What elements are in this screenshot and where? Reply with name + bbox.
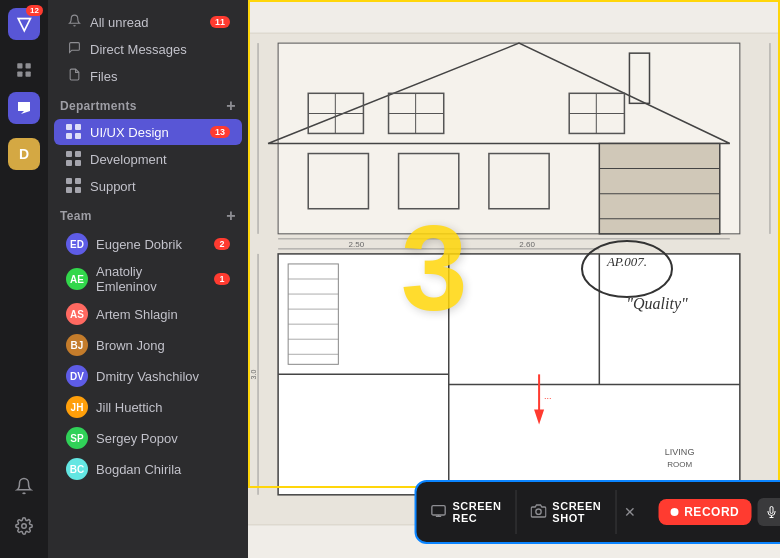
dept-item-dev[interactable]: Development — [54, 146, 242, 172]
message-icon — [66, 41, 82, 57]
add-team-member-button[interactable]: + — [226, 208, 236, 224]
sidebar-item-all-unread[interactable]: All unread 11 — [54, 9, 242, 35]
user-avatar[interactable]: D — [8, 138, 40, 170]
screen-rec-label: SCREEN REC — [453, 500, 502, 524]
member-badge: 1 — [214, 273, 230, 285]
dept-icon-dev — [66, 151, 82, 167]
settings-icon[interactable] — [8, 510, 40, 542]
record-section: RECORD — [644, 488, 780, 536]
svg-rect-23 — [599, 143, 719, 233]
sidebar: All unread 11 Direct Messages Files Depa… — [48, 0, 248, 558]
member-avatar: JH — [66, 396, 88, 418]
member-avatar: AE — [66, 268, 88, 290]
member-avatar: BJ — [66, 334, 88, 356]
files-icon — [66, 68, 82, 84]
svg-text:...: ... — [544, 391, 552, 401]
team-member-item[interactable]: BJ Brown Jong — [54, 330, 242, 360]
team-member-item[interactable]: BC Bogdan Chirila — [54, 454, 242, 484]
member-avatar: BC — [66, 458, 88, 480]
svg-text:2.60: 2.60 — [519, 240, 535, 249]
svg-rect-2 — [17, 72, 22, 77]
dept-badge-uiux: 13 — [210, 126, 230, 138]
record-dot — [670, 508, 678, 516]
member-name: Dmitry Vashchilov — [96, 369, 230, 384]
bell-icon — [66, 14, 82, 30]
sidebar-item-direct-messages[interactable]: Direct Messages — [54, 36, 242, 62]
blueprint-area: 2.50 2.60 LIVING ROOM ... 3.0 — [248, 0, 780, 558]
svg-text:LIVING: LIVING — [665, 447, 695, 457]
member-avatar: AS — [66, 303, 88, 325]
screenshot-label: SCREEN SHOT — [552, 500, 601, 524]
departments-header: Departments + — [48, 90, 248, 118]
dept-label-uiux: UI/UX Design — [90, 125, 169, 140]
svg-rect-1 — [26, 63, 31, 68]
member-name: Eugene Dobrik — [96, 237, 206, 252]
svg-rect-3 — [26, 72, 31, 77]
main-content: 2.50 2.60 LIVING ROOM ... 3.0 — [248, 0, 780, 558]
dept-label-support: Support — [90, 179, 136, 194]
all-unread-badge: 11 — [210, 16, 230, 28]
app-badge: 12 — [26, 5, 43, 16]
svg-point-57 — [536, 509, 541, 514]
chat-icon[interactable] — [8, 92, 40, 124]
home-icon[interactable] — [8, 54, 40, 86]
screen-rec-section: SCREEN REC — [417, 490, 517, 534]
screen-rec-icon — [431, 503, 447, 522]
icon-rail: ▽ 12 D — [0, 0, 48, 558]
blueprint-svg: 2.50 2.60 LIVING ROOM ... 3.0 — [248, 0, 780, 558]
svg-text:ROOM: ROOM — [667, 460, 692, 469]
record-button[interactable]: RECORD — [658, 499, 751, 525]
all-unread-label: All unread — [90, 15, 149, 30]
team-header: Team + — [48, 200, 248, 228]
team-member-item[interactable]: ED Eugene Dobrik 2 — [54, 229, 242, 259]
screen-rec-toolbar: SCREEN REC SCREEN SHOT ✕ RECORD — [415, 480, 780, 544]
member-avatar: ED — [66, 233, 88, 255]
screenshot-icon — [530, 503, 546, 522]
team-member-item[interactable]: JH Jill Huettich — [54, 392, 242, 422]
team-member-item[interactable]: SP Sergey Popov — [54, 423, 242, 453]
team-member-item[interactable]: AS Artem Shlagin — [54, 299, 242, 329]
member-avatar: SP — [66, 427, 88, 449]
member-name: Jill Huettich — [96, 400, 230, 415]
svg-text:3.0: 3.0 — [250, 370, 257, 380]
app-container: ▽ 12 D All unr — [0, 0, 780, 558]
dept-icon-support — [66, 178, 82, 194]
member-name: Bogdan Chirila — [96, 462, 230, 477]
svg-point-4 — [22, 524, 27, 529]
member-name: Anatoliy Emleninov — [96, 264, 206, 294]
team-member-item[interactable]: AE Anatoliy Emleninov 1 — [54, 260, 242, 298]
dept-item-support[interactable]: Support — [54, 173, 242, 199]
svg-rect-56 — [432, 505, 445, 514]
member-avatar: DV — [66, 365, 88, 387]
dept-item-uiux[interactable]: UI/UX Design 13 — [54, 119, 242, 145]
team-member-item[interactable]: DV Dmitry Vashchilov — [54, 361, 242, 391]
screenshot-section: SCREEN SHOT — [516, 490, 616, 534]
mic-button[interactable] — [757, 498, 780, 526]
files-label: Files — [90, 69, 117, 84]
member-name: Artem Shlagin — [96, 307, 230, 322]
direct-messages-label: Direct Messages — [90, 42, 187, 57]
svg-rect-0 — [17, 63, 22, 68]
member-name: Sergey Popov — [96, 431, 230, 446]
dept-icon-uiux — [66, 124, 82, 140]
add-department-button[interactable]: + — [226, 98, 236, 114]
close-toolbar-button[interactable]: ✕ — [616, 504, 644, 520]
member-badge: 2 — [214, 238, 230, 250]
member-name: Brown Jong — [96, 338, 230, 353]
notifications-icon[interactable] — [8, 470, 40, 502]
sidebar-item-files[interactable]: Files — [54, 63, 242, 89]
dept-label-dev: Development — [90, 152, 167, 167]
svg-text:2.50: 2.50 — [349, 240, 365, 249]
app-logo-icon[interactable]: ▽ 12 — [8, 8, 40, 40]
